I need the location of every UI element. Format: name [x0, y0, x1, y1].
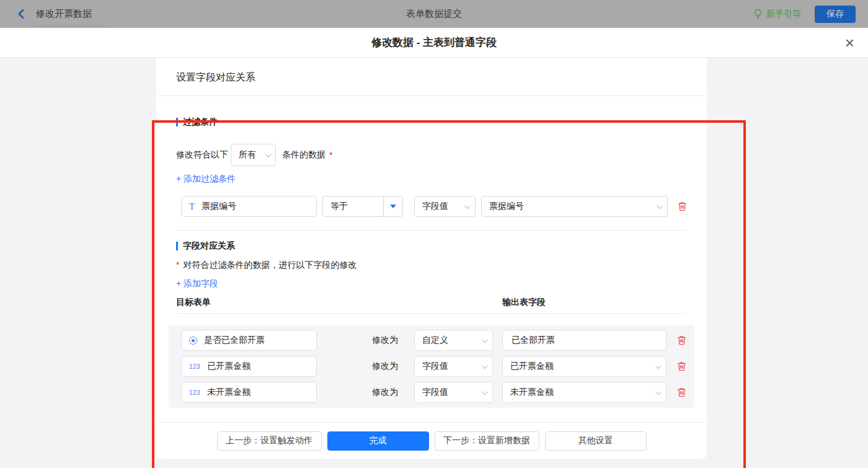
- modify-value-select[interactable]: 已开票金额: [502, 356, 666, 377]
- modify-value-text: 未开票金额: [510, 387, 554, 398]
- match-prefix-label: 修改符合以下: [176, 149, 228, 161]
- mapping-table-headers: 目标表单 输出表字段: [176, 297, 687, 309]
- modify-type-select[interactable]: 自定义: [414, 330, 493, 351]
- radio-icon: [189, 337, 197, 345]
- caret-down-icon: [390, 205, 396, 208]
- chevron-down-icon: [482, 389, 488, 395]
- delete-row-button[interactable]: [677, 335, 686, 345]
- modify-value-text: 已开票金额: [510, 361, 554, 372]
- match-mode-select[interactable]: 所有: [231, 144, 276, 166]
- topbar: 修改开票数据 表单数据提交 新手引导 保存: [0, 0, 868, 28]
- filter-condition-row: T 票据编号 等于 字段值 票据编号: [181, 196, 687, 217]
- mapping-description-text: 对符合过滤条件的数据，进行以下字段的修改: [183, 260, 356, 271]
- text-field-icon: T: [189, 202, 195, 211]
- delete-row-button[interactable]: [677, 387, 686, 397]
- other-settings-button[interactable]: 其他设置: [545, 431, 647, 451]
- dialog-title: 修改数据 - 主表到普通字段: [371, 35, 497, 50]
- mapping-section-title: 字段对应关系: [176, 241, 687, 252]
- value-type-value: 字段值: [422, 201, 448, 212]
- mapping-description: * 对符合过滤条件的数据，进行以下字段的修改: [176, 260, 687, 272]
- guide-label: 新手引导: [766, 9, 801, 20]
- target-field-name: 已开票金额: [207, 361, 250, 372]
- settings-panel: 设置字段对应关系 过滤条件 修改符合以下 所有 条件的数据 *: [156, 58, 707, 459]
- modify-type-select[interactable]: 字段值: [414, 382, 493, 403]
- chevron-down-icon: [464, 203, 471, 209]
- filter-section-label: 过滤条件: [183, 117, 218, 128]
- panel-content: 过滤条件 修改符合以下 所有 条件的数据 * + 添加过滤条件 T: [156, 117, 707, 408]
- operator-caret-zone[interactable]: [383, 196, 402, 216]
- topbar-center-title: 表单数据提交: [0, 8, 868, 20]
- dialog-body: 设置字段对应关系 过滤条件 修改符合以下 所有 条件的数据 *: [0, 58, 868, 468]
- save-button[interactable]: 保存: [815, 6, 856, 23]
- modify-label: 修改为: [372, 361, 398, 372]
- column-output-field: 输出表字段: [502, 297, 546, 308]
- next-step-button[interactable]: 下一步：设置新增数据: [435, 431, 539, 451]
- chevron-down-icon: [482, 363, 488, 369]
- modify-value-input[interactable]: 已全部开票: [502, 330, 666, 351]
- modify-label: 修改为: [372, 335, 398, 346]
- target-field-box[interactable]: 是否已全部开票: [181, 330, 317, 351]
- section-bar-icon: [176, 242, 178, 250]
- title-dashed-underline: [35, 26, 105, 27]
- modify-value-select[interactable]: 未开票金额: [502, 382, 666, 403]
- mapping-row: 123 已开票金额 修改为 字段值 已开票金额: [181, 356, 694, 377]
- modify-type-value: 自定义: [422, 335, 448, 346]
- add-filter-condition-link[interactable]: + 添加过滤条件: [176, 174, 236, 185]
- modify-type-select[interactable]: 字段值: [414, 356, 493, 377]
- chevron-down-icon: [482, 337, 488, 343]
- modify-value-text: 已全部开票: [512, 335, 555, 346]
- match-condition-row: 修改符合以下 所有 条件的数据 *: [176, 144, 687, 166]
- target-field-name: 未开票金额: [207, 387, 250, 398]
- back-icon[interactable]: [16, 9, 27, 19]
- operator-value: 等于: [323, 201, 348, 212]
- close-icon[interactable]: ×: [845, 35, 854, 51]
- chevron-down-icon: [655, 363, 662, 369]
- topbar-right: 新手引导 保存: [753, 0, 856, 28]
- target-field-box[interactable]: 123 未开票金额: [181, 382, 317, 403]
- target-field-box[interactable]: 123 已开票金额: [181, 356, 317, 377]
- page-title: 修改开票数据: [36, 8, 92, 20]
- chevron-down-icon: [657, 203, 663, 209]
- mapping-rows-container: 是否已全部开票 修改为 自定义 已全部开票: [169, 325, 694, 408]
- match-mode-value: 所有: [239, 149, 256, 161]
- dialog-header: 修改数据 - 主表到普通字段 ×: [0, 28, 868, 58]
- done-button[interactable]: 完成: [327, 431, 429, 451]
- beginner-guide-link[interactable]: 新手引导: [753, 9, 801, 20]
- match-suffix-label: 条件的数据: [282, 149, 326, 161]
- chevron-down-icon: [655, 389, 662, 395]
- value-field-select[interactable]: 票据编号: [481, 196, 668, 217]
- modify-type-value: 字段值: [422, 361, 448, 372]
- target-field-name: 是否已全部开票: [204, 335, 265, 346]
- modify-label: 修改为: [372, 387, 398, 398]
- value-field-value: 票据编号: [489, 201, 524, 212]
- number-icon: 123: [189, 389, 200, 396]
- panel-header-title: 设置字段对应关系: [156, 58, 707, 96]
- mapping-section-label: 字段对应关系: [183, 241, 235, 252]
- page: 修改开票数据 表单数据提交 新手引导 保存 修改数据 - 主表到普通字段 × 设…: [0, 0, 868, 468]
- column-target-form: 目标表单: [176, 297, 211, 307]
- required-asterisk: *: [329, 150, 332, 160]
- add-field-link[interactable]: + 添加字段: [176, 278, 218, 289]
- number-icon: 123: [189, 363, 200, 370]
- operator-select[interactable]: 等于: [322, 196, 403, 217]
- headers-divider: [176, 313, 687, 314]
- lightbulb-icon: [753, 9, 763, 19]
- modify-type-value: 字段值: [422, 387, 448, 398]
- mapping-row: 123 未开票金额 修改为 字段值 未开票金额: [181, 382, 694, 403]
- section-bar-icon: [176, 118, 178, 126]
- filter-field-value: 票据编号: [202, 201, 236, 212]
- section-divider: [176, 230, 687, 231]
- chevron-down-icon: [265, 151, 272, 157]
- value-type-select[interactable]: 字段值: [414, 196, 476, 217]
- filter-section-title: 过滤条件: [176, 117, 687, 128]
- topbar-left: 修改开票数据: [0, 8, 92, 20]
- mapping-row: 是否已全部开票 修改为 自定义 已全部开票: [181, 330, 694, 351]
- delete-row-button[interactable]: [677, 361, 686, 371]
- filter-field-input[interactable]: T 票据编号: [181, 196, 317, 217]
- dialog-footer: 上一步：设置触发动作 完成 下一步：设置新增数据 其他设置: [156, 422, 707, 459]
- delete-condition-button[interactable]: [678, 201, 687, 211]
- prev-step-button[interactable]: 上一步：设置触发动作: [217, 431, 322, 451]
- required-asterisk: *: [176, 260, 179, 270]
